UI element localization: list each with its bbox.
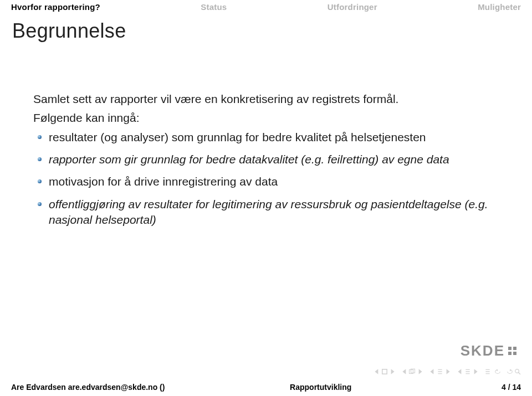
triangle-left-icon — [457, 368, 463, 375]
triangle-left-icon — [374, 368, 380, 375]
lines-icon — [464, 368, 471, 375]
svg-line-4 — [519, 373, 520, 374]
svg-point-3 — [515, 369, 519, 373]
search-icon — [514, 368, 521, 375]
lines-icon — [437, 368, 443, 375]
nav-slide-group[interactable] — [374, 368, 396, 375]
nav-back-forward[interactable] — [484, 368, 501, 375]
bullet-list: resultater (og analyser) som grunnlag fo… — [33, 130, 499, 228]
nav-item-status[interactable]: Status — [201, 2, 227, 12]
slide: Hvorfor rapportering? Status Utfordringe… — [0, 0, 532, 396]
triangle-left-icon — [401, 368, 408, 375]
nav-item-utfordringer[interactable]: Utfordringer — [328, 2, 377, 12]
triangle-left-icon — [429, 368, 436, 375]
slide-title: Begrunnelse — [0, 12, 532, 58]
section-nav: Hvorfor rapportering? Status Utfordringe… — [0, 0, 532, 12]
nav-item-hvorfor[interactable]: Hvorfor rapportering? — [11, 2, 100, 12]
lines-icon — [484, 368, 491, 375]
bullet-item: rapporter som gir grunnlag for bedre dat… — [33, 152, 499, 167]
nav-item-muligheter[interactable]: Muligheter — [478, 2, 521, 12]
square-icon — [381, 368, 388, 375]
bullet-item: offentliggjøring av resultater for legit… — [33, 197, 499, 228]
footer: Are Edvardsen are.edvardsen@skde.no () R… — [0, 383, 532, 392]
triangle-right-icon — [389, 368, 396, 375]
bullet-item: motivasjon for å drive innregistrering a… — [33, 174, 499, 189]
logo-squares-icon — [508, 347, 516, 355]
triangle-right-icon — [417, 368, 423, 375]
nav-subsection-group[interactable] — [429, 368, 451, 375]
nav-section-group[interactable] — [457, 368, 479, 375]
intro-line-1: Samlet sett av rapporter vil være en kon… — [33, 91, 499, 107]
footer-title: Rapportutvikling — [165, 383, 477, 392]
svg-rect-0 — [382, 369, 387, 374]
skde-logo: SKDE — [461, 342, 516, 359]
footer-page: 4 / 14 — [477, 383, 521, 392]
frames-icon — [409, 368, 416, 375]
bullet-text: offentliggjøring av resultater for legit… — [49, 198, 488, 226]
bullet-text: motivasjon for å drive innregistrering a… — [49, 175, 278, 188]
triangle-right-icon — [472, 368, 479, 375]
undo-icon — [494, 368, 501, 375]
redo-icon — [507, 368, 513, 375]
intro-line-2: Følgende kan inngå: — [33, 110, 499, 126]
bullet-text: rapporter som gir grunnlag for bedre dat… — [49, 153, 449, 166]
triangle-right-icon — [444, 368, 451, 375]
beamer-nav-symbols — [374, 368, 521, 375]
nav-search-group[interactable] — [507, 368, 521, 375]
slide-body: Samlet sett av rapporter vil være en kon… — [0, 58, 532, 228]
bullet-item: resultater (og analyser) som grunnlag fo… — [33, 130, 499, 145]
nav-frame-group[interactable] — [401, 368, 423, 375]
footer-author: Are Edvardsen are.edvardsen@skde.no () — [11, 383, 165, 392]
logo-text: SKDE — [461, 342, 505, 359]
bullet-text: resultater (og analyser) som grunnlag fo… — [49, 131, 426, 143]
